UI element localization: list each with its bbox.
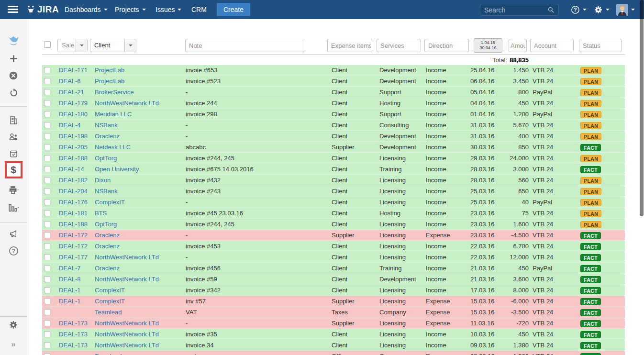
company-link[interactable]: NorthWestNetwork LTd bbox=[95, 252, 159, 263]
company-link[interactable]: Oraclenz bbox=[95, 230, 120, 241]
row-checkbox[interactable] bbox=[44, 210, 50, 216]
jira-logo[interactable]: JIRA bbox=[26, 0, 59, 19]
deal-link[interactable]: DEAL-4 bbox=[59, 120, 81, 131]
company-link[interactable]: ComplexIT bbox=[95, 197, 125, 208]
deal-link[interactable]: DEAL-173 bbox=[59, 340, 88, 351]
deal-link[interactable]: DEAL-188 bbox=[59, 219, 88, 230]
help-menu[interactable]: ? bbox=[571, 0, 587, 19]
reports-icon[interactable] bbox=[0, 202, 27, 213]
deal-link[interactable]: DEAL-180 bbox=[59, 109, 88, 120]
nav-issues[interactable]: Issues bbox=[155, 0, 181, 19]
direction-filter-input[interactable] bbox=[424, 39, 469, 52]
create-button[interactable]: Create bbox=[217, 3, 250, 16]
row-checkbox[interactable] bbox=[44, 298, 50, 304]
teamlead-logo-icon[interactable] bbox=[0, 34, 27, 49]
deal-link[interactable]: DEAL-171 bbox=[59, 65, 88, 76]
deal-link[interactable]: DEAL-205 bbox=[59, 142, 88, 153]
nav-crm[interactable]: CRM bbox=[191, 0, 207, 19]
deal-link[interactable]: DEAL-8 bbox=[59, 274, 81, 285]
row-checkbox[interactable] bbox=[44, 89, 50, 95]
company-link[interactable]: NSBank bbox=[95, 186, 118, 197]
deal-link[interactable]: DEAL-14 bbox=[59, 164, 84, 175]
user-menu[interactable] bbox=[616, 0, 635, 19]
row-checkbox[interactable] bbox=[44, 243, 50, 249]
company-link[interactable]: NSBank bbox=[95, 120, 118, 131]
deal-link[interactable]: DEAL-181 bbox=[59, 208, 88, 219]
row-checkbox[interactable] bbox=[44, 188, 50, 194]
expand-icon[interactable]: » bbox=[0, 340, 27, 349]
add-icon[interactable] bbox=[0, 54, 27, 63]
deal-link[interactable]: DEAL-204 bbox=[59, 186, 88, 197]
finance-icon[interactable]: $ bbox=[0, 161, 27, 178]
deal-link[interactable]: DEAL-173 bbox=[59, 318, 88, 329]
nav-dashboards[interactable]: Dashboards bbox=[65, 0, 108, 19]
company-link[interactable]: Teamlead bbox=[95, 351, 122, 355]
row-checkbox[interactable] bbox=[44, 331, 50, 337]
row-checkbox[interactable] bbox=[44, 144, 50, 150]
row-checkbox[interactable] bbox=[44, 122, 50, 128]
row-checkbox[interactable] bbox=[44, 320, 50, 326]
company-link[interactable]: Netdesk LLC bbox=[95, 142, 131, 153]
company-link[interactable]: BrokerService bbox=[95, 87, 134, 98]
row-checkbox[interactable] bbox=[44, 276, 50, 282]
deal-link[interactable]: DEAL-1 bbox=[59, 285, 81, 296]
deal-link[interactable]: DEAL-172 bbox=[59, 241, 88, 252]
row-checkbox[interactable] bbox=[44, 232, 50, 238]
companies-icon[interactable] bbox=[0, 115, 27, 125]
deal-link[interactable]: DEAL-173 bbox=[59, 329, 88, 340]
company-link[interactable]: Oraclenz bbox=[95, 263, 120, 274]
row-checkbox[interactable] bbox=[44, 133, 50, 139]
row-checkbox[interactable] bbox=[44, 221, 50, 227]
company-link[interactable]: NorthWestNetwork LTd bbox=[95, 329, 159, 340]
deal-link[interactable]: DEAL-172 bbox=[59, 230, 88, 241]
company-link[interactable]: BTS bbox=[95, 208, 107, 219]
hamburger-menu-icon[interactable] bbox=[8, 6, 18, 13]
row-checkbox[interactable] bbox=[44, 342, 50, 348]
row-checkbox[interactable] bbox=[44, 67, 50, 73]
deal-link[interactable]: DEAL-179 bbox=[59, 98, 88, 109]
account-filter-input[interactable] bbox=[530, 39, 574, 52]
row-checkbox[interactable] bbox=[44, 265, 50, 271]
company-link[interactable]: ProjectLab bbox=[95, 65, 124, 76]
row-checkbox[interactable] bbox=[44, 309, 50, 315]
deal-link[interactable]: DEAL-177 bbox=[59, 252, 88, 263]
company-link[interactable]: Oraclenz bbox=[95, 241, 120, 252]
deal-link[interactable]: DEAL-182 bbox=[59, 175, 88, 186]
tasks-icon[interactable] bbox=[0, 148, 27, 159]
note-filter-input[interactable] bbox=[185, 39, 305, 52]
deal-link[interactable]: DEAL-6 bbox=[59, 76, 81, 87]
company-link[interactable]: NorthWestNetwork LTd bbox=[95, 318, 159, 329]
company-link[interactable]: NorthWestNetwork LTd bbox=[95, 98, 159, 109]
client-dropdown[interactable]: Client bbox=[90, 39, 136, 52]
company-link[interactable]: Meridian LLC bbox=[95, 109, 132, 120]
help-icon[interactable]: ? bbox=[0, 245, 27, 256]
row-checkbox[interactable] bbox=[44, 100, 50, 106]
row-checkbox[interactable] bbox=[44, 78, 50, 84]
deal-type-dropdown[interactable]: Sale bbox=[57, 39, 88, 52]
search-box[interactable] bbox=[480, 4, 559, 16]
print-icon[interactable] bbox=[0, 185, 27, 195]
deal-link[interactable]: DEAL-21 bbox=[59, 87, 84, 98]
deal-link[interactable]: DEAL-1 bbox=[59, 296, 81, 307]
row-checkbox[interactable] bbox=[44, 353, 50, 355]
company-link[interactable]: Dixon bbox=[95, 175, 111, 186]
redo-icon[interactable] bbox=[0, 88, 27, 98]
status-filter-input[interactable] bbox=[579, 39, 622, 52]
company-link[interactable]: NorthWestNetwork LTd bbox=[95, 274, 159, 285]
company-link[interactable]: Open University bbox=[95, 164, 139, 175]
row-checkbox[interactable] bbox=[44, 155, 50, 161]
deal-link[interactable]: DEAL-176 bbox=[59, 197, 88, 208]
company-link[interactable]: OptTorg bbox=[95, 219, 117, 230]
close-circle-icon[interactable] bbox=[0, 71, 27, 80]
company-link[interactable]: OptTorg bbox=[95, 153, 117, 164]
company-link[interactable]: Oraclenz bbox=[95, 131, 120, 142]
vertical-scrollbar[interactable] bbox=[640, 0, 644, 216]
date-range-button[interactable]: 1.04.15 30.04.16 bbox=[474, 38, 502, 53]
settings-menu[interactable] bbox=[594, 0, 610, 19]
nav-projects[interactable]: Projects bbox=[115, 0, 146, 19]
row-checkbox[interactable] bbox=[44, 166, 50, 172]
services-filter-input[interactable] bbox=[377, 39, 421, 52]
company-link[interactable]: ComplexIT bbox=[95, 285, 125, 296]
row-checkbox[interactable] bbox=[44, 254, 50, 260]
expense-items-filter-input[interactable] bbox=[327, 39, 372, 52]
